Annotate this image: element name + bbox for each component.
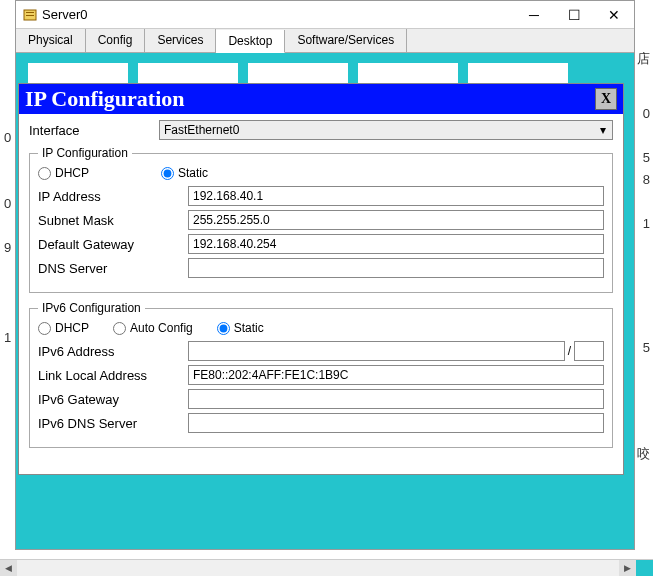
link-local-label: Link Local Address [38,368,188,383]
ipv6-config-fieldset: IPv6 Configuration DHCP Auto Config Stat… [29,301,613,448]
tabs: Physical Config Services Desktop Softwar… [16,29,634,53]
tab-desktop[interactable]: Desktop [216,30,285,53]
tab-services[interactable]: Services [145,29,216,52]
dhcp-radio[interactable]: DHCP [38,166,89,180]
ipv6-address-label: IPv6 Address [38,344,188,359]
server-icon [22,7,38,23]
svg-rect-1 [26,12,34,13]
dns-label: DNS Server [38,261,188,276]
static-radio[interactable]: Static [161,166,208,180]
tab-physical[interactable]: Physical [16,29,86,52]
ip-config-dialog: IP Configuration X Interface FastEtherne… [18,83,624,475]
ipv6-gateway-input[interactable] [188,389,604,409]
prefix-separator: / [568,344,571,358]
interface-label: Interface [29,123,159,138]
bg-char: 咬 [637,445,650,463]
subnet-mask-input[interactable] [188,210,604,230]
ipv6-dns-input[interactable] [188,413,604,433]
interface-value: FastEthernet0 [164,123,239,137]
subnet-mask-label: Subnet Mask [38,213,188,228]
minimize-button[interactable]: ─ [514,1,554,28]
tab-software[interactable]: Software/Services [285,29,407,52]
ipv6-prefix-input[interactable] [574,341,604,361]
ipv6-config-legend: IPv6 Configuration [38,301,145,315]
gateway-label: Default Gateway [38,237,188,252]
bg-char: 1 [643,216,650,231]
bg-char: 店 [637,50,650,68]
bg-char: 8 [643,172,650,187]
ipv6-static-radio[interactable]: Static [217,321,264,335]
ip-config-legend: IP Configuration [38,146,132,160]
ipv6-address-input[interactable] [188,341,565,361]
ipv6-dns-label: IPv6 DNS Server [38,416,188,431]
gateway-input[interactable] [188,234,604,254]
titlebar: Server0 ─ ☐ ✕ [16,1,634,29]
tab-config[interactable]: Config [86,29,146,52]
maximize-button[interactable]: ☐ [554,1,594,28]
ip-address-label: IP Address [38,189,188,204]
ipv6-gateway-label: IPv6 Gateway [38,392,188,407]
svg-rect-2 [26,15,34,16]
dialog-close-button[interactable]: X [595,88,617,110]
ipv6-auto-radio[interactable]: Auto Config [113,321,193,335]
scroll-corner [636,560,653,577]
scroll-right-button[interactable]: ▶ [619,560,636,577]
close-button[interactable]: ✕ [594,1,634,28]
horizontal-scrollbar[interactable]: ◀ ▶ [0,559,653,576]
window-title: Server0 [42,7,514,22]
scroll-track[interactable] [17,560,619,576]
scroll-left-button[interactable]: ◀ [0,560,17,577]
dialog-titlebar: IP Configuration X [19,84,623,114]
bg-char: 5 [643,150,650,165]
server-window: Server0 ─ ☐ ✕ Physical Config Services D… [15,0,635,550]
ip-address-input[interactable] [188,186,604,206]
desktop-area: IP Configuration X Interface FastEtherne… [16,53,634,549]
bg-char: 0 [643,106,650,121]
link-local-input[interactable] [188,365,604,385]
interface-select[interactable]: FastEthernet0 [159,120,613,140]
ipv6-dhcp-radio[interactable]: DHCP [38,321,89,335]
dns-input[interactable] [188,258,604,278]
dialog-title: IP Configuration [25,86,595,112]
ip-config-fieldset: IP Configuration DHCP Static IP Address … [29,146,613,293]
